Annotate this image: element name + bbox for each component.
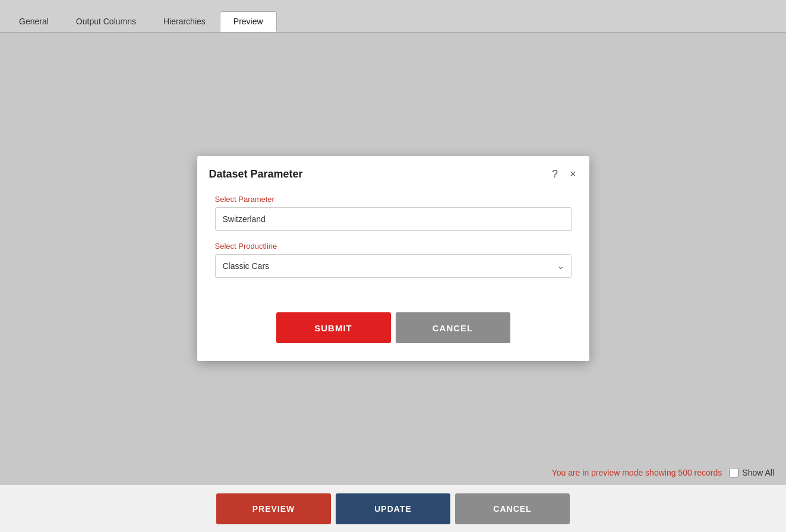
select-parameter-group: Select Parameter — [215, 195, 572, 231]
modal-overlay: Dataset Parameter ? × Select Parameter S… — [0, 33, 786, 484]
tab-bar: General Output Columns Hierarchies Previ… — [0, 0, 786, 33]
dataset-parameter-modal: Dataset Parameter ? × Select Parameter S… — [197, 156, 589, 361]
close-button[interactable]: × — [569, 167, 577, 182]
preview-button[interactable]: PREVIEW — [216, 493, 331, 524]
help-button[interactable]: ? — [551, 167, 559, 182]
select-productline-label: Select Productline — [215, 242, 572, 251]
bottom-toolbar: PREVIEW UPDATE CANCEL — [0, 484, 786, 532]
tab-output-columns[interactable]: Output Columns — [63, 12, 149, 32]
cancel-bottom-button[interactable]: CANCEL — [455, 493, 570, 524]
tab-general[interactable]: General — [6, 12, 62, 32]
select-parameter-label: Select Parameter — [215, 195, 572, 204]
select-productline-group: Select Productline Classic Cars Motorcyc… — [215, 242, 572, 278]
tab-preview[interactable]: Preview — [220, 11, 277, 32]
modal-title: Dataset Parameter — [209, 168, 303, 180]
modal-header: Dataset Parameter ? × — [197, 156, 589, 189]
modal-header-icons: ? × — [551, 167, 577, 182]
tab-hierarchies[interactable]: Hierarchies — [150, 12, 219, 32]
select-productline-dropdown[interactable]: Classic Cars Motorcycles Planes Ships Tr… — [215, 254, 572, 278]
select-parameter-input[interactable] — [215, 207, 572, 231]
update-button[interactable]: UPDATE — [336, 493, 450, 524]
modal-body: Select Parameter Select Productline Clas… — [197, 189, 589, 306]
main-area: You are in preview mode showing 500 reco… — [0, 33, 786, 484]
cancel-modal-button[interactable]: CANCEL — [396, 312, 510, 343]
select-productline-wrapper: Classic Cars Motorcycles Planes Ships Tr… — [215, 254, 572, 278]
modal-footer: SUBMIT CANCEL — [197, 306, 589, 361]
submit-button[interactable]: SUBMIT — [276, 312, 391, 343]
